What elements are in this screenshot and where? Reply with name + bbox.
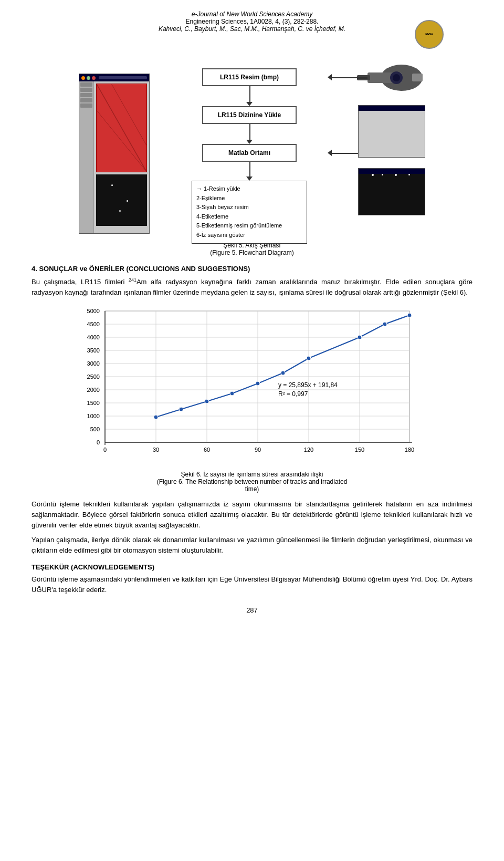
svg-text:0: 0 <box>97 439 100 445</box>
flowchart-section: LR115 Resim (bmp) LR115 Dizinine Yükle M… <box>32 42 472 236</box>
step2: 2-Eşikleme <box>196 194 302 203</box>
svg-text:2500: 2500 <box>87 374 100 380</box>
arrowhead-left1 <box>328 74 332 80</box>
svg-text:0: 0 <box>103 447 107 453</box>
svg-text:1500: 1500 <box>87 400 100 406</box>
arrowhead2 <box>246 140 253 144</box>
acknowledgements-text: Görüntü işleme aşamasındaki yönlendirmel… <box>32 574 472 595</box>
svg-text:3500: 3500 <box>87 347 100 354</box>
acknowledgements-heading: TEŞEKKÜR (ACKNOWLEDGEMENTS) <box>32 563 472 571</box>
section4-heading: 4. SONUÇLAR ve ÖNERİLER (CONCLUCIONS AND… <box>32 265 472 273</box>
figure5-caption: Şekil 5. Akış Şeması (Figure 5. Flowchar… <box>32 242 472 256</box>
svg-point-58 <box>358 335 362 339</box>
step1: → 1-Resim yükle <box>196 184 302 194</box>
arrow3 <box>249 162 250 177</box>
fc-box-4: → 1-Resim yükle 2-Eşikleme 3-Siyah beyaz… <box>192 181 307 244</box>
journal-info: Engineering Sciences, 1A0028, 4, (3), 28… <box>32 18 472 25</box>
svg-rect-6 <box>412 74 423 81</box>
fig6-line2: (Figure 6. The Relationship between numb… <box>32 478 472 485</box>
svg-point-55 <box>256 381 260 386</box>
fc-box-1: LR115 Resim (bmp) <box>202 68 297 86</box>
fig6-line3: time) <box>32 485 472 493</box>
arrow1 <box>249 86 250 102</box>
fig5-line2: (Figure 5. Flowchart Diagram) <box>32 249 472 256</box>
svg-line-1 <box>97 110 146 172</box>
figure6-caption: Şekil 6. İz sayısı ile ışınlama süresi a… <box>32 471 472 493</box>
svg-text:30: 30 <box>153 447 159 453</box>
chart-svg: 0 500 1000 1500 2000 2500 3000 3500 4000… <box>74 306 430 463</box>
svg-text:1000: 1000 <box>87 413 100 419</box>
left-screenshot <box>79 74 150 234</box>
flowchart-container: LR115 Resim (bmp) LR115 Dizinine Yükle M… <box>74 42 430 236</box>
svg-text:y = 25,895x + 191,84: y = 25,895x + 191,84 <box>278 381 338 389</box>
step3: 3-Siyah beyaz resim <box>196 203 302 212</box>
step5: 5-Etiketlenmiş resim görüntüleme <box>196 221 302 231</box>
right-screenshot-top <box>358 105 425 158</box>
svg-text:4500: 4500 <box>87 321 100 327</box>
svg-text:90: 90 <box>255 447 261 453</box>
svg-text:R² = 0,997: R² = 0,997 <box>278 390 308 398</box>
svg-text:60: 60 <box>204 447 210 453</box>
fc-box-3: Matlab Ortamı <box>202 144 297 162</box>
header: e-Journal of New World Sciences Academy … <box>32 11 472 33</box>
journal-title: e-Journal of New World Sciences Academy <box>32 11 472 18</box>
chart-section: 0 500 1000 1500 2000 2500 3000 3500 4000… <box>32 306 472 463</box>
fc-box-2: LR115 Dizinine Yükle <box>202 106 297 124</box>
svg-point-8 <box>393 74 400 81</box>
arrowhead1 <box>246 102 253 106</box>
svg-point-53 <box>205 399 209 403</box>
svg-line-0 <box>97 84 146 172</box>
svg-point-54 <box>230 391 234 396</box>
svg-text:2000: 2000 <box>87 387 100 393</box>
fig6-line1: Şekil 6. İz sayısı ile ışınlama süresi a… <box>32 471 472 478</box>
arrowhead3 <box>246 177 253 181</box>
svg-text:5000: 5000 <box>87 308 100 314</box>
para2: Görüntü işleme teknikleri kullanılarak y… <box>32 499 472 531</box>
svg-point-59 <box>383 322 387 326</box>
svg-point-56 <box>281 371 285 375</box>
arrow2 <box>249 124 250 140</box>
svg-line-2 <box>112 84 147 146</box>
arrow-right2 <box>331 153 362 154</box>
page-number: 287 <box>32 606 472 614</box>
svg-text:120: 120 <box>304 447 313 453</box>
svg-point-57 <box>307 356 311 360</box>
svg-point-52 <box>179 407 183 411</box>
svg-text:4000: 4000 <box>87 334 100 340</box>
right-screenshot-bottom <box>358 168 425 215</box>
arrowhead-left2 <box>328 150 332 156</box>
svg-text:3000: 3000 <box>87 360 100 367</box>
step4: 4-Etiketleme <box>196 212 302 222</box>
usb-device <box>357 58 425 97</box>
svg-point-51 <box>154 415 158 419</box>
svg-text:150: 150 <box>355 447 364 453</box>
step6: 6-İz sayısını göster <box>196 231 302 240</box>
svg-point-60 <box>407 313 412 317</box>
authors: Kahveci, C., Bayburt, M., Sac, M.M., Har… <box>32 25 472 33</box>
section4-para1: Bu çalışmada, LR115 filmleri 241Am alfa … <box>32 277 472 298</box>
chart-wrapper: 0 500 1000 1500 2000 2500 3000 3500 4000… <box>74 306 430 463</box>
svg-text:180: 180 <box>405 447 414 453</box>
para3: Yapılan çalışmada, ileriye dönük olarak … <box>32 535 472 556</box>
svg-text:500: 500 <box>90 426 100 432</box>
